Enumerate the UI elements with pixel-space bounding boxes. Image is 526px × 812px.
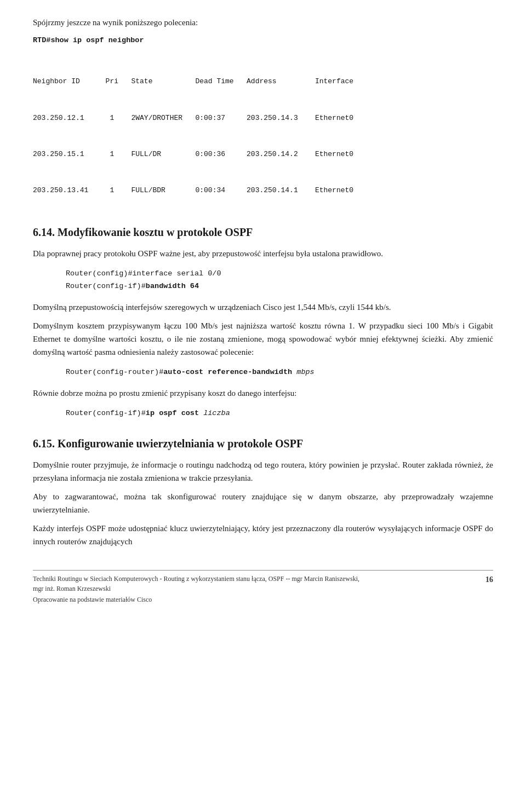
section-614-heading: 6.14. Modyfikowanie kosztu w protokole O…: [33, 224, 493, 240]
section-614-code1: Router(config)#interface serial 0/0 Rout…: [66, 268, 493, 293]
footer-sub: Opracowanie na podstawie materiałów Cisc…: [33, 595, 359, 604]
section-615-para1: Domyślnie router przyjmuje, że informacj…: [33, 458, 493, 485]
section-614-para3: Domyślnym kosztem przypisywanym łączu 10…: [33, 319, 493, 359]
section-615-para2: Aby to zagwarantować, można tak skonfigu…: [33, 490, 493, 516]
intro-text: Spójrzmy jeszcze na wynik poniższego pol…: [33, 16, 493, 29]
section-614-para2: Domyślną przepustowością interfejsów sze…: [33, 301, 493, 314]
neighbor-row-1: 203.250.12.1 1 2WAY/DROTHER 0:00:37 203.…: [33, 112, 493, 124]
neighbor-row-2: 203.250.15.1 1 FULL/DR 0:00:36 203.250.1…: [33, 148, 493, 160]
section-615-para3: Każdy interfejs OSPF może udostępniać kl…: [33, 522, 493, 548]
footer-line1: Techniki Routingu w Sieciach Komputerowy…: [33, 574, 359, 584]
neighbor-row-3: 203.250.13.41 1 FULL/BDR 0:00:34 203.250…: [33, 185, 493, 197]
section-614-para4: Równie dobrze można po prostu zmienić pr…: [33, 387, 493, 400]
section-614-para1: Dla poprawnej pracy protokołu OSPF ważne…: [33, 247, 493, 260]
footer: Techniki Routingu w Sieciach Komputerowy…: [33, 570, 493, 604]
footer-line2: mgr inż. Roman Krzeszewski: [33, 584, 359, 594]
section-614-code2: Router(config-router)#auto-cost referenc…: [66, 366, 493, 379]
footer-text: Techniki Routingu w Sieciach Komputerowy…: [33, 574, 359, 604]
neighbor-table: Neighbor ID Pri State Dead Time Address …: [33, 51, 493, 209]
footer-page: 16: [480, 574, 493, 585]
section-615-heading: 6.15. Konfigurowanie uwierzytelniania w …: [33, 435, 493, 452]
section-614-code3: Router(config-if)#ip ospf cost liczba: [66, 407, 493, 420]
rtd-command: RTD#show ip ospf neighbor: [33, 34, 493, 47]
neighbor-header: Neighbor ID Pri State Dead Time Address …: [33, 76, 493, 88]
